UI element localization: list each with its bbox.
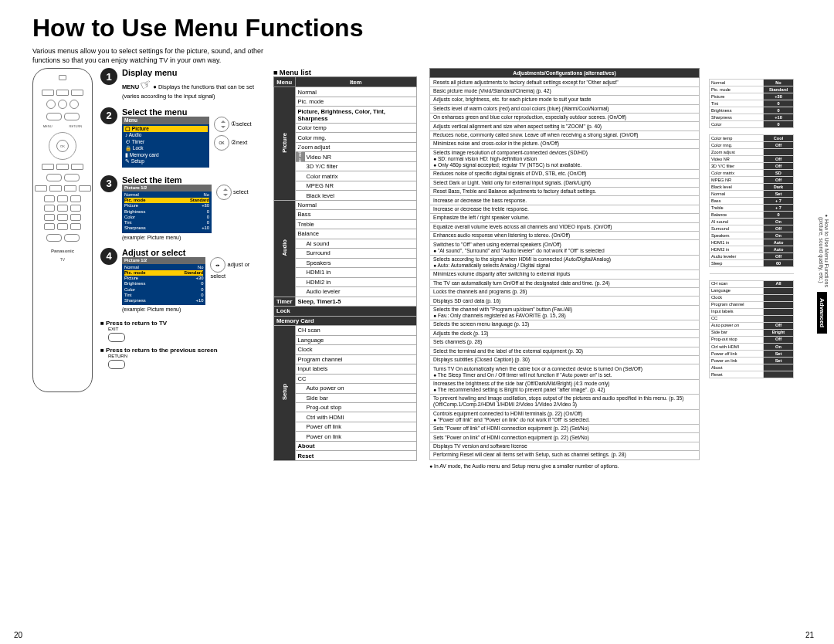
updown-icon: [214, 117, 229, 132]
menu-list-table: MenuItem PictureNormalPic. modePicture, …: [273, 76, 417, 461]
osd-menu-preview: Menu ▢ Picture ♪ Audio ⏱ Timer 🔒 Lock ▮ …: [122, 117, 209, 168]
page-title: How to Use Menu Functions: [32, 14, 812, 42]
menulist-heading: Menu list: [273, 68, 417, 76]
exit-button-icon: [108, 333, 125, 342]
osd-picture-preview: Picture 1/2NormalNoPic. modeStandardPict…: [122, 185, 212, 233]
settings-values-table: NormalNoPic. modeStandardPicture+30Tint0…: [709, 79, 794, 378]
step-number-icon: 4: [100, 248, 117, 265]
return-button-icon: [108, 360, 125, 369]
ok-icon: OK: [214, 135, 229, 151]
footnote: ● In AV mode, the Audio menu and Setup m…: [429, 463, 700, 469]
side-tab: How to Use Menu Functions(picture, sound…: [817, 208, 834, 334]
hand-icon: ☞: [138, 76, 154, 94]
adjustments-table: Adjustments/Configurations (alternatives…: [429, 68, 700, 459]
press-return-prev: Press to return to the previous screen R…: [100, 347, 263, 369]
step-number-icon: 2: [100, 107, 117, 124]
page-number-right: 21: [805, 631, 814, 639]
leftright-icon: ◂▸: [210, 257, 225, 273]
step-1: 1 Display menu MENU ☞ ● Displays the fun…: [100, 68, 263, 99]
ok-ring-icon: OK: [49, 132, 76, 160]
step-number-icon: 1: [100, 68, 117, 85]
osd-picture-preview: Picture 1/2NormalNoPic. modeStandardPict…: [122, 257, 205, 306]
step-2: 2 Select the menu Menu ▢ Picture ♪ Audio…: [100, 107, 263, 168]
page-number-left: 20: [14, 631, 22, 639]
press-return-tv: Press to return to TV EXIT: [100, 320, 263, 342]
step-4: 4 Adjust or select Picture 1/2NormalNoPi…: [100, 248, 263, 313]
step-number-icon: 3: [100, 175, 117, 192]
intro-text: Various menus allow you to select settin…: [32, 47, 272, 65]
step-3: 3 Select the item Picture 1/2NormalNoPic…: [100, 175, 263, 240]
updown-icon: [216, 185, 232, 200]
remote-illustration: MENURETURN OK Panasonic TV: [32, 68, 93, 392]
